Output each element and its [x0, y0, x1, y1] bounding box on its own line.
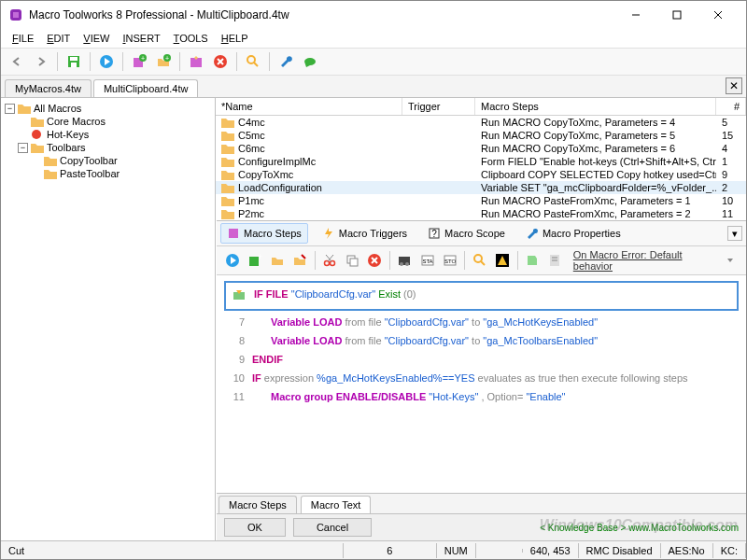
collapse-icon[interactable]: −: [5, 104, 15, 114]
menu-help[interactable]: HELP: [216, 31, 254, 46]
tree-label: CopyToolbar: [60, 155, 118, 166]
back-button[interactable]: [7, 51, 27, 72]
list-item[interactable]: CopyToXmcClipboard COPY SELECTED Copy ho…: [216, 168, 746, 181]
menu-bar: FILE EDIT VIEW INSERT TOOLS HELP: [1, 29, 746, 48]
trigger-icon: [322, 227, 335, 240]
step-line[interactable]: 10 IF expression %ga_McHotKeysEnabled%==…: [224, 369, 739, 387]
tree-label: Toolbars: [47, 142, 86, 153]
macro-settings-button[interactable]: [186, 51, 206, 72]
menu-file[interactable]: FILE: [7, 31, 39, 46]
collapse-icon[interactable]: −: [18, 143, 28, 153]
tab-macro-properties[interactable]: Macro Properties: [519, 223, 627, 244]
tree-toolbars[interactable]: − Toolbars: [5, 141, 211, 154]
delete-button[interactable]: [210, 51, 231, 72]
tab-text-view[interactable]: Macro Text: [301, 496, 372, 513]
step-icon: [232, 288, 247, 303]
list-item[interactable]: P2mcRun MACRO PasteFromXmc, Parameters =…: [216, 207, 746, 220]
play-button[interactable]: [96, 51, 117, 72]
status-num: NUM: [437, 543, 476, 558]
tab-macro-scope[interactable]: ? Macro Scope: [421, 223, 512, 244]
list-item[interactable]: C4mcRun MACRO CopyToXmc, Parameters = 45: [216, 116, 746, 129]
error-behavior-link[interactable]: On Macro Error: Default behavior: [573, 249, 718, 272]
menu-view[interactable]: VIEW: [78, 31, 115, 46]
tree-hotkeys[interactable]: Hot-Keys: [5, 128, 211, 141]
tab-macro-steps[interactable]: Macro Steps: [220, 223, 308, 244]
svg-text:+: +: [258, 253, 262, 261]
col-name[interactable]: *Name: [216, 98, 402, 115]
step-line[interactable]: 7 Variable LOAD from file "ClipboardCfg.…: [224, 313, 739, 331]
scope-icon: ?: [428, 227, 441, 240]
forward-button[interactable]: [31, 51, 51, 72]
svg-line-20: [254, 63, 258, 66]
maximize-button[interactable]: [656, 2, 698, 28]
tab-macro-triggers[interactable]: Macro Triggers: [316, 223, 414, 244]
tree-label: PasteToolbar: [60, 168, 120, 179]
play-step-button[interactable]: [222, 250, 242, 271]
col-steps[interactable]: Macro Steps: [475, 98, 716, 115]
svg-point-19: [247, 56, 255, 63]
delete-step-button[interactable]: [365, 250, 385, 271]
svg-text:+: +: [165, 55, 169, 62]
list-item[interactable]: P1mcRun MACRO PasteFromXmc, Parameters =…: [216, 194, 746, 207]
new-macro-button[interactable]: +: [129, 51, 149, 72]
list-item[interactable]: C5mcRun MACRO CopyToXmc, Parameters = 51…: [216, 129, 746, 142]
file-tab-mymacros[interactable]: MyMacros.4tw: [5, 79, 92, 97]
dialog-buttons: OK Cancel < Knowledge Base > www.MacroTo…: [217, 513, 746, 540]
step-line[interactable]: IF FILE "ClipboardCfg.var" Exist (0): [224, 281, 739, 311]
stop-button[interactable]: STO: [440, 250, 459, 271]
wrench-button[interactable]: [275, 51, 296, 72]
tree-label: Hot-Keys: [47, 129, 89, 140]
folder-step-button[interactable]: [267, 250, 287, 271]
steps-editor[interactable]: IF FILE "ClipboardCfg.var" Exist (0) 7 V…: [217, 275, 746, 493]
save-button[interactable]: [63, 51, 84, 72]
menu-insert[interactable]: INSERT: [117, 31, 165, 46]
step-line[interactable]: 11 Macro group ENABLE/DISABLE "Hot-Keys"…: [224, 387, 739, 406]
tree-all-macros[interactable]: − All Macros: [5, 102, 211, 115]
col-trigger[interactable]: Trigger: [402, 98, 475, 115]
tree-label: Core Macros: [47, 116, 106, 127]
tab-overflow-button[interactable]: ▾: [727, 226, 742, 241]
tab-steps-view[interactable]: Macro Steps: [218, 496, 297, 513]
tree-copytoolbar[interactable]: CopyToolbar: [5, 154, 211, 167]
list-item[interactable]: C6mcRun MACRO CopyToXmc, Parameters = 64: [216, 142, 746, 155]
warning-button[interactable]: [492, 250, 512, 271]
start-button[interactable]: STA: [417, 250, 437, 271]
ok-button[interactable]: OK: [224, 518, 286, 537]
list-item[interactable]: ConfigureImplMcForm FIELD "Enable hot-ke…: [216, 155, 746, 168]
tree-pastetoolbar[interactable]: PasteToolbar: [5, 167, 211, 180]
find-button[interactable]: [470, 250, 489, 271]
file-tab-multiclipboard[interactable]: MultiClipboard.4tw: [93, 79, 198, 97]
help-button[interactable]: [300, 51, 320, 72]
svg-point-44: [474, 255, 482, 262]
export-button[interactable]: [523, 250, 543, 271]
tree-core-macros[interactable]: Core Macros: [5, 115, 211, 128]
svg-point-28: [325, 261, 330, 266]
minimize-button[interactable]: [615, 2, 656, 28]
window-title: Macro Toolworks 8 Professional - MultiCl…: [29, 8, 615, 21]
menu-edit[interactable]: EDIT: [41, 31, 76, 46]
col-num[interactable]: #: [716, 98, 746, 115]
close-button[interactable]: [698, 2, 739, 28]
notes-button[interactable]: [545, 250, 565, 271]
list-item[interactable]: LoadConfigurationVariable SET "ga_mcClip…: [216, 181, 746, 194]
edit-step-button[interactable]: [289, 250, 309, 271]
menu-tools[interactable]: TOOLS: [168, 31, 214, 46]
step-line[interactable]: 9 ENDIF: [224, 350, 739, 369]
close-tab-button[interactable]: ✕: [726, 77, 742, 94]
folder-icon: [44, 168, 57, 179]
copy-button[interactable]: [343, 250, 362, 271]
cut-button[interactable]: [320, 250, 340, 271]
step-nav-button[interactable]: [721, 250, 740, 271]
macro-icon: [227, 227, 240, 240]
add-step-button[interactable]: +: [245, 250, 264, 271]
record-button[interactable]: [395, 250, 415, 271]
cancel-button[interactable]: Cancel: [293, 518, 372, 537]
step-line[interactable]: 8 Variable LOAD from file "ClipboardCfg.…: [224, 331, 739, 350]
svg-rect-8: [71, 63, 77, 67]
folder-icon: [44, 155, 57, 166]
status-cut: Cut: [1, 543, 344, 558]
knowledge-base-link[interactable]: < Knowledge Base > www.MacroToolworks.co…: [540, 523, 739, 533]
new-folder-button[interactable]: +: [153, 51, 174, 72]
search-button[interactable]: [243, 51, 263, 72]
macro-list[interactable]: C4mcRun MACRO CopyToXmc, Parameters = 45…: [216, 116, 746, 220]
